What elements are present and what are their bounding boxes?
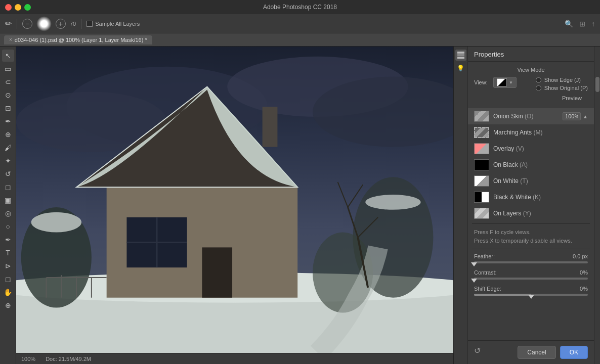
svg-point-19 — [365, 195, 420, 210]
history-brush-tool[interactable]: ↺ — [2, 168, 14, 180]
cancel-button[interactable]: Cancel — [518, 346, 555, 359]
contrast-thumb[interactable] — [471, 279, 477, 283]
shiftedge-slider-row: Shift Edge: 0% — [474, 286, 588, 296]
arrange-icon[interactable]: ⊞ — [579, 20, 585, 28]
toolbar-divider — [17, 19, 17, 29]
preview-percent-input[interactable] — [563, 112, 581, 120]
feather-value: 0.0 px — [573, 253, 588, 259]
sample-all-layers-label: Sample All Layers — [95, 21, 140, 27]
quick-selection-tool[interactable]: ⊙ — [2, 89, 14, 101]
sample-all-layers[interactable]: Sample All Layers — [87, 21, 140, 27]
show-original-option[interactable]: Show Original (P) — [536, 85, 588, 91]
pen-tool[interactable]: ✒ — [2, 234, 14, 246]
lightbulb-icon[interactable]: 💡 — [455, 63, 466, 74]
text-tool[interactable]: T — [2, 247, 14, 259]
hint-line1: Press F to cycle views. — [474, 228, 588, 237]
contrast-track[interactable] — [474, 278, 588, 280]
feather-slider-row: Feather: 0.0 px — [474, 253, 588, 263]
toolbar-right-icons: 🔍 ⊞ ↑ — [565, 20, 595, 28]
shiftedge-track[interactable] — [474, 294, 588, 296]
brush-increase-button[interactable]: + — [56, 19, 66, 29]
onwhite-name: On White (T) — [493, 177, 528, 185]
onlayers-thumb — [474, 208, 489, 219]
preview-scroll-up[interactable]: ▲ — [583, 114, 588, 119]
feather-track[interactable] — [474, 261, 588, 263]
show-edge-radio[interactable] — [536, 77, 541, 83]
svg-rect-14 — [202, 247, 232, 297]
status-bar: 100% Doc: 21.5M/49.2M — [16, 353, 453, 364]
view-mode-item-marchingants[interactable]: Marching Ants (M) — [468, 124, 594, 141]
overlay-name: Overlay (V) — [493, 145, 524, 152]
canvas-photo — [16, 47, 453, 353]
minimize-button[interactable] — [15, 4, 21, 11]
lasso-tool[interactable]: ⊂ — [2, 76, 14, 88]
view-mode-item-onlayers[interactable]: On Layers (Y) — [468, 205, 594, 221]
crop-tool[interactable]: ⊡ — [2, 102, 14, 114]
brush-tool-icon[interactable]: ✏ — [5, 19, 12, 28]
zoom-tool[interactable]: ⊕ — [2, 299, 14, 311]
canvas-content[interactable] — [16, 47, 453, 353]
share-icon[interactable]: ↑ — [591, 20, 595, 28]
eyedropper-tool[interactable]: ✒ — [2, 115, 14, 127]
gradient-tool[interactable]: ▣ — [2, 194, 14, 206]
path-selection-tool[interactable]: ⊳ — [2, 260, 14, 272]
marchingants-name: Marching Ants (M) — [493, 129, 542, 136]
tab-close-icon[interactable]: × — [9, 37, 12, 42]
feather-thumb[interactable] — [471, 262, 477, 266]
zoom-level: 100% — [21, 356, 35, 362]
bottom-buttons: ↺ Cancel OK — [468, 340, 594, 364]
onblack-thumb — [474, 159, 489, 170]
document-tab[interactable]: × d034-046 (1).psd @ 100% (Layer 1, Laye… — [4, 35, 152, 44]
hint-text: Press F to cycle views. Press X to tempo… — [468, 224, 594, 249]
ok-button[interactable]: OK — [560, 346, 588, 359]
svg-rect-32 — [457, 57, 464, 59]
view-mode-label: View Mode — [474, 67, 588, 73]
contrast-slider-row: Contrast: 0% — [474, 269, 588, 280]
doc-size: Doc: 21.5M/49.2M — [46, 356, 91, 362]
panel-title: Properties — [468, 47, 594, 62]
show-edge-option[interactable]: Show Edge (J) — [536, 77, 588, 83]
view-mode-item-onwhite[interactable]: On White (T) — [468, 173, 594, 189]
show-original-radio[interactable] — [536, 85, 541, 91]
title-bar: Adobe Photoshop CC 2018 — [0, 0, 600, 14]
maximize-button[interactable] — [24, 4, 31, 11]
view-mode-item-overlay[interactable]: Overlay (V) — [468, 141, 594, 157]
close-button[interactable] — [5, 4, 12, 11]
move-tool[interactable]: ↖ — [2, 50, 14, 62]
onionskin-thumb — [474, 111, 489, 122]
svg-point-18 — [31, 212, 81, 233]
eraser-tool[interactable]: ◻ — [2, 181, 14, 193]
view-mode-item-onblack[interactable]: On Black (A) — [468, 157, 594, 173]
scroll-thumb[interactable] — [595, 77, 599, 92]
layers-panel-icon[interactable] — [455, 50, 466, 61]
reset-icon[interactable]: ↺ — [474, 346, 481, 359]
sample-all-layers-checkbox[interactable] — [87, 21, 93, 27]
brush-preview — [36, 16, 52, 31]
brush-tool[interactable]: 🖌 — [2, 142, 14, 154]
show-options: Show Edge (J) Show Original (P) — [536, 77, 588, 91]
brush-controls: − + 70 — [22, 16, 76, 31]
tab-label: d034-046 (1).psd @ 100% (Layer 1, Layer … — [15, 37, 147, 43]
blur-tool[interactable]: ◎ — [2, 207, 14, 219]
view-mode-item-onionskin[interactable]: Onion Skin (O) ▲ — [468, 108, 594, 124]
clone-stamp-tool[interactable]: ✦ — [2, 155, 14, 167]
view-thumbnail — [497, 78, 507, 86]
search-icon[interactable]: 🔍 — [565, 20, 573, 28]
blackwhite-name: Black & White (K) — [493, 194, 541, 201]
shiftedge-thumb[interactable] — [528, 295, 534, 299]
view-dropdown[interactable]: ▼ — [493, 77, 517, 88]
toolbar-divider-2 — [81, 19, 81, 29]
dodge-tool[interactable]: ○ — [2, 220, 14, 233]
healing-tool[interactable]: ⊕ — [2, 128, 14, 141]
brush-decrease-button[interactable]: − — [22, 19, 32, 29]
onwhite-thumb — [474, 175, 489, 187]
hint-line2: Press X to temporarily disable all views… — [474, 237, 588, 245]
view-mode-list: Onion Skin (O) ▲ Marching Ants (M) — [468, 106, 594, 223]
selection-tool[interactable]: ▭ — [2, 63, 14, 75]
right-panel: 💡 Properties View Mode View: ▼ — [453, 47, 600, 364]
hand-tool[interactable]: ✋ — [2, 286, 14, 298]
shape-tool[interactable]: ◻ — [2, 273, 14, 285]
brush-size-label: 70 — [70, 21, 76, 27]
view-mode-item-blackwhite[interactable]: Black & White (K) — [468, 189, 594, 205]
preview-row: Preview — [474, 95, 588, 101]
